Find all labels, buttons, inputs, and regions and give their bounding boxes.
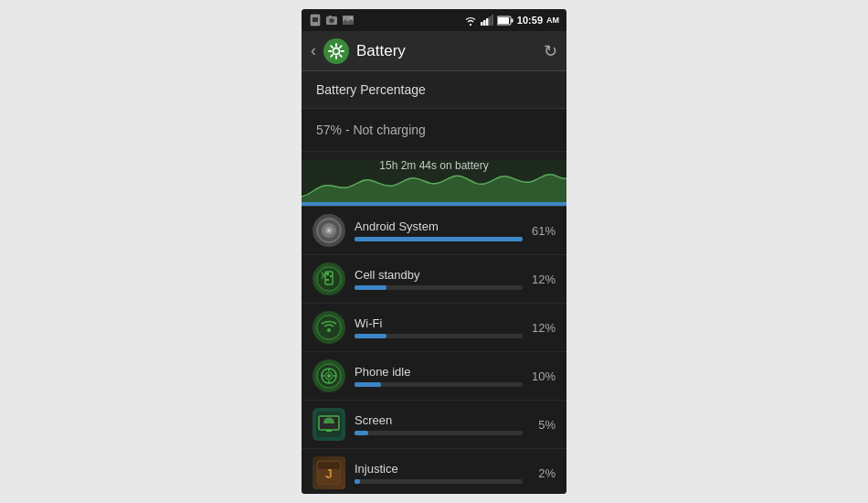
battery-percentage-label: Battery Percentage [316,82,426,97]
svg-rect-14 [511,18,513,22]
phone-idle-bar [355,382,381,387]
svg-rect-49 [326,430,332,432]
svg-rect-11 [489,16,492,26]
battery-gear-icon [323,38,349,64]
svg-rect-26 [302,202,566,206]
phone-screen: 10:59 AM ‹ [302,9,566,494]
svg-rect-34 [330,275,332,277]
wifi-bar [355,334,386,338]
svg-rect-53 [318,462,340,469]
photo-icon [342,14,355,27]
phone-idle-name: Phone idle [355,365,523,379]
svg-rect-15 [498,17,509,24]
battery-status-line: 57% - Not charging [302,109,566,152]
screen-icon [312,408,345,441]
injustice-name: Injustice [355,462,523,476]
android-system-info: Android System [355,219,523,241]
svg-point-4 [330,19,333,23]
cell-standby-name: Cell standby [355,268,523,282]
cell-standby-icon [312,262,345,295]
svg-rect-1 [312,17,318,22]
graph-label: 15h 2m 44s on battery [379,159,488,172]
phone-idle-bar-bg [355,382,523,387]
android-system-pct: 61% [530,224,556,238]
wifi-item-icon [312,311,345,344]
svg-rect-35 [326,279,329,281]
android-svg [316,218,342,243]
battery-list: Android System 61% [302,207,566,494]
battery-percentage-section: Battery Percentage [302,71,566,109]
phone-idle-info: Phone idle [355,365,523,387]
camera-icon [325,14,338,27]
svg-rect-9 [483,20,486,26]
svg-point-16 [333,48,340,54]
action-bar-left: ‹ Battery [311,38,544,64]
battery-item-cell-standby[interactable]: Cell standby 12% [302,255,566,304]
svg-line-21 [331,46,333,48]
svg-line-22 [340,55,342,57]
svg-line-23 [340,46,342,48]
injustice-pct: 2% [530,466,556,480]
wifi-item-svg [316,315,342,340]
screen-bar-bg [355,431,523,435]
injustice-svg: J [316,460,342,486]
refresh-button[interactable]: ↻ [544,41,557,61]
cell-standby-bar [355,285,386,290]
screen-pct: 5% [530,418,556,432]
status-ampm: AM [546,16,559,25]
cell-standby-pct: 12% [530,273,556,286]
svg-point-36 [317,316,341,339]
svg-point-41 [327,374,331,378]
idle-svg [316,363,342,389]
injustice-bar [355,479,360,484]
battery-item-phone-idle[interactable]: Phone idle 10% [302,352,566,401]
svg-rect-10 [486,18,489,26]
android-system-name: Android System [355,219,523,233]
action-bar: ‹ Battery ↻ [302,31,566,71]
battery-graph: 15h 2m 44s on battery [302,152,566,207]
svg-rect-8 [481,22,483,26]
status-bar: 10:59 AM [302,9,566,31]
status-time: 10:59 [517,15,543,26]
svg-rect-12 [492,15,493,26]
battery-status-text: 57% - Not charging [316,123,426,137]
android-system-bar-bg [355,237,523,241]
cell-standby-info: Cell standby [355,268,523,290]
screen-bar [355,431,368,435]
screen-name: Screen [355,413,523,427]
gear-svg [328,43,344,59]
wifi-info: Wi-Fi [355,316,523,338]
battery-item-injustice[interactable]: J Injustice 2% [302,449,566,494]
svg-point-37 [327,328,331,332]
battery-item-android-system[interactable]: Android System 61% [302,207,566,255]
cell-standby-bar-bg [355,285,523,290]
battery-item-screen[interactable]: Screen 5% [302,401,566,449]
status-icons-left [309,14,355,27]
back-button[interactable]: ‹ [311,41,316,60]
battery-status-icon [497,16,513,26]
action-bar-title: Battery [356,42,406,60]
wifi-bar-bg [355,334,523,338]
injustice-icon: J [312,456,345,489]
sim-icon [309,14,322,27]
screen-info: Screen [355,413,523,435]
screen-svg [316,412,342,437]
svg-rect-5 [329,16,332,17]
svg-point-7 [350,17,353,20]
wifi-name: Wi-Fi [355,316,523,330]
battery-item-wifi[interactable]: Wi-Fi 12% [302,304,566,352]
injustice-bar-bg [355,479,523,484]
phone-idle-pct: 10% [530,369,556,383]
svg-line-24 [331,55,333,57]
phone-idle-icon [312,359,345,392]
android-system-bar [355,237,523,241]
main-content: Battery Percentage 57% - Not charging 15… [302,71,566,494]
wifi-pct: 12% [530,321,556,335]
svg-point-30 [328,230,331,232]
cell-svg [316,266,342,292]
android-system-icon [312,214,345,247]
signal-icon [481,15,493,26]
injustice-info: Injustice [355,462,523,484]
status-icons-right: 10:59 AM [464,15,559,26]
toggle-row: Battery Percentage [316,82,552,97]
